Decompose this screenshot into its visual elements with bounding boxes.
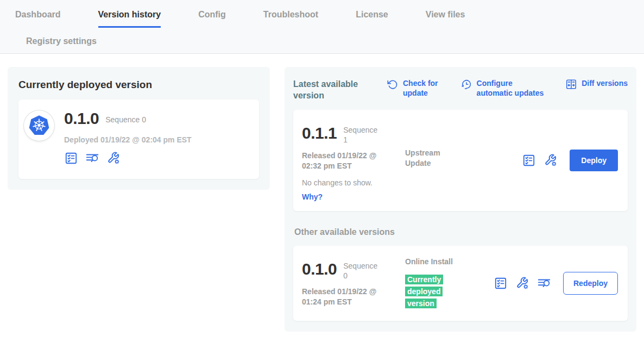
kubernetes-logo xyxy=(24,110,54,141)
latest-released-timestamp: Released 01/19/22 @ 02:32 pm EST xyxy=(302,151,384,171)
lines-magnifier-icon[interactable] xyxy=(537,276,551,290)
available-versions-panel: Latest available version Check for updat… xyxy=(285,67,636,332)
tab-dashboard[interactable]: Dashboard xyxy=(15,9,61,28)
other-source-column: Online Install Currently deployed versio… xyxy=(405,257,457,311)
wrench-gear-icon[interactable] xyxy=(106,151,121,165)
configure-automatic-updates-label: Configure automatic updates xyxy=(477,78,550,98)
checklist-icon[interactable] xyxy=(494,276,508,290)
latest-version-card: 0.1.1 Sequence 1 Released 01/19/22 @ 02:… xyxy=(293,110,628,211)
tab-registry-settings[interactable]: Registry settings xyxy=(26,36,97,46)
other-version-card: 0.1.0 Sequence 0 Released 01/19/22 @ 01:… xyxy=(293,246,628,321)
refresh-ccw-icon xyxy=(387,78,399,90)
other-available-versions-title: Other available versions xyxy=(294,227,628,237)
main-content: Currently deployed version xyxy=(0,54,644,332)
latest-sequence-label: Sequence 1 xyxy=(343,125,378,145)
deployed-version-details: 0.1.0 Sequence 0 Deployed 01/19/22 @ 02:… xyxy=(64,107,192,169)
diff-versions-label: Diff versions xyxy=(582,78,628,98)
latest-source-label: Upstream Update xyxy=(405,148,457,201)
redeploy-button[interactable]: Redeploy xyxy=(563,272,618,295)
checklist-icon[interactable] xyxy=(64,151,78,165)
configure-automatic-updates-link[interactable]: Configure automatic updates xyxy=(460,78,550,98)
latest-version-title: Latest available version xyxy=(293,78,375,101)
deployed-sequence-label: Sequence 0 xyxy=(105,115,146,124)
check-for-update-link[interactable]: Check for update xyxy=(387,78,444,98)
other-card-actions: Redeploy xyxy=(494,272,618,295)
other-version-number: 0.1.0 xyxy=(302,260,337,278)
diff-versions-link[interactable]: Diff versions xyxy=(565,78,628,98)
secondary-tabs: Registry settings xyxy=(0,28,644,53)
currently-deployed-panel: Currently deployed version xyxy=(8,67,270,190)
primary-tabs: Dashboard Version history Config Trouble… xyxy=(0,9,644,28)
tab-view-files[interactable]: View files xyxy=(426,9,465,28)
deployed-version-card: 0.1.0 Sequence 0 Deployed 01/19/22 @ 02:… xyxy=(18,100,259,179)
checklist-icon[interactable] xyxy=(522,153,536,167)
wrench-gear-icon[interactable] xyxy=(544,153,558,167)
tab-config[interactable]: Config xyxy=(198,9,226,28)
latest-card-actions: Deploy xyxy=(522,150,618,171)
deployed-version-number: 0.1.0 xyxy=(64,109,99,128)
auto-update-clock-icon xyxy=(460,78,472,90)
latest-version-header: Latest available version Check for updat… xyxy=(293,77,628,101)
deployed-timestamp: Deployed 01/19/22 @ 02:04 pm EST xyxy=(64,135,192,144)
deploy-button[interactable]: Deploy xyxy=(570,150,618,171)
tab-license[interactable]: License xyxy=(356,9,388,28)
no-changes-note: No changes to show. xyxy=(302,178,405,187)
latest-version-number: 0.1.1 xyxy=(302,124,337,142)
currently-deployed-badge-wrap: Currently deployed version xyxy=(405,274,446,309)
check-for-update-label: Check for update xyxy=(403,78,444,98)
top-navigation: Dashboard Version history Config Trouble… xyxy=(0,0,644,54)
header-actions: Check for update Configure automatic upd… xyxy=(387,78,628,98)
why-link[interactable]: Why? xyxy=(302,192,325,201)
currently-deployed-title: Currently deployed version xyxy=(18,79,259,91)
latest-version-details: 0.1.1 Sequence 1 Released 01/19/22 @ 02:… xyxy=(302,120,405,201)
tab-version-history[interactable]: Version history xyxy=(98,9,161,28)
other-released-timestamp: Released 01/19/22 @ 01:24 pm EST xyxy=(302,287,384,307)
currently-deployed-badge: Currently deployed version xyxy=(405,275,443,308)
diff-icon xyxy=(565,78,577,90)
other-source-label: Online Install xyxy=(405,257,457,267)
other-sequence-label: Sequence 0 xyxy=(343,261,378,281)
lines-magnifier-icon[interactable] xyxy=(85,151,99,165)
other-version-details: 0.1.0 Sequence 0 Released 01/19/22 @ 01:… xyxy=(302,256,405,311)
tab-troubleshoot[interactable]: Troubleshoot xyxy=(263,9,318,28)
wrench-gear-icon[interactable] xyxy=(515,276,529,290)
deployed-card-actions xyxy=(64,151,192,165)
